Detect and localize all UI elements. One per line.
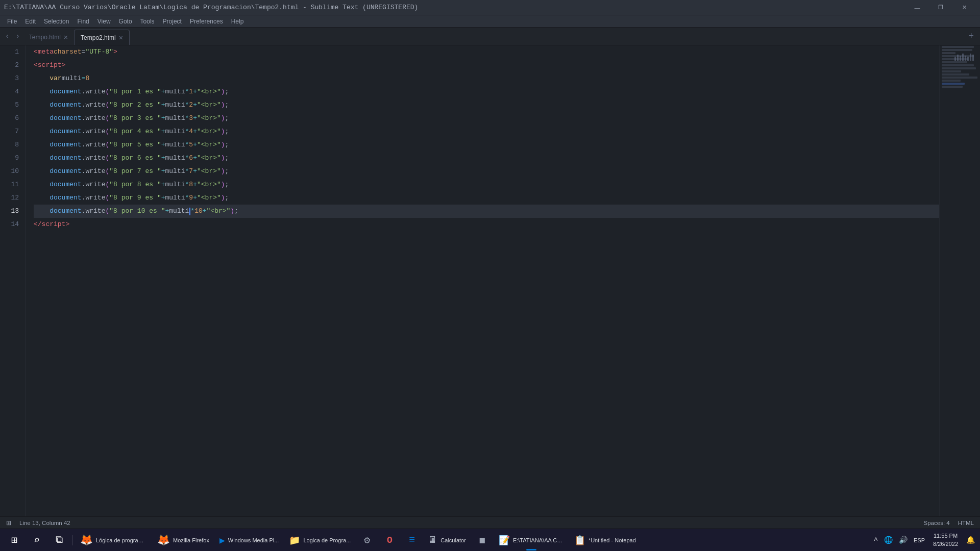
status-right: Spaces: 4 HTML (924, 520, 974, 526)
file-explorer-app[interactable]: 📁 Logica de Progra... (284, 529, 356, 552)
menu-item-tools[interactable]: Tools (136, 17, 159, 26)
tray-volume-icon[interactable]: 🔊 (897, 536, 910, 544)
firefox-taskbar-icon: 🦊 (80, 534, 93, 546)
tab-tempo2-close[interactable]: × (119, 34, 123, 42)
code-line-13: document.write("8 por 10 es " + multi * … (34, 205, 939, 218)
minimap-line-14 (942, 86, 963, 88)
minimize-button[interactable]: — (905, 0, 929, 15)
title-bar: E:\TATIANA\AA Curso Varios\Oracle Latam\… (0, 0, 980, 15)
title-bar-controls: — ❐ ✕ (905, 0, 976, 15)
line-number-8: 8 (15, 138, 19, 152)
menu-item-help[interactable]: Help (227, 17, 248, 26)
dark-app-icon[interactable]: ◼ (471, 529, 494, 552)
sublime-icon: 📝 (499, 535, 510, 546)
task-view-icon: ⧉ (56, 534, 63, 546)
menu-item-file[interactable]: File (3, 17, 21, 26)
minimap-line-13 (942, 83, 965, 85)
calculator-icon: 🖩 (428, 535, 437, 545)
editor-area: 1234567891011121314 <meta charset="UTF-8… (0, 45, 980, 516)
tab-tempo2[interactable]: Tempo2.html × (74, 30, 130, 45)
apps-app[interactable]: ≡ (401, 529, 423, 552)
status-left: ⊞ Line 13, Column 42 (6, 519, 70, 527)
minimap-bars (954, 51, 974, 61)
taskbar-divider-1 (72, 535, 73, 545)
code-line-12: document.write("8 por 9 es " + multi * 9… (34, 191, 939, 205)
code-line-8: document.write("8 por 5 es " + multi * 5… (34, 138, 939, 152)
minimap-line-6 (942, 61, 967, 63)
status-line-col: Line 13, Column 42 (19, 520, 70, 526)
dark-app-icon-shape: ◼ (479, 534, 485, 546)
firefox2-taskbar-app[interactable]: 🦊 Mozilla Firefox (152, 529, 214, 552)
code-line-10: document.write("8 por 7 es " + multi * 7… (34, 165, 939, 178)
line-number-3: 3 (15, 72, 19, 85)
windows-media-app[interactable]: ▶ Windows Media Pl... (214, 529, 284, 552)
tray-show-hidden[interactable]: ^ (872, 536, 880, 544)
code-line-1: <meta charset="UTF-8"> (34, 45, 939, 59)
tab-bar: ‹ › Tempo.html × Tempo2.html × + (0, 28, 980, 45)
line-gutter: 1234567891011121314 (0, 45, 26, 516)
minimap-line-9 (942, 70, 961, 72)
code-line-2: <script> (34, 59, 939, 72)
code-editor[interactable]: <meta charset="UTF-8"><script> var multi… (26, 45, 939, 516)
task-view-button[interactable]: ⧉ (48, 529, 70, 552)
restore-button[interactable]: ❐ (929, 0, 952, 15)
notepad-app[interactable]: 📋 *Untitled - Notepad (569, 529, 641, 552)
minimap-line-8 (942, 67, 976, 69)
tray-network-icon[interactable]: 🌐 (882, 536, 895, 544)
windows-media-label: Windows Media Pl... (228, 537, 279, 543)
settings-app[interactable]: ⚙ (356, 529, 378, 552)
clock-date: 8/26/2022 (933, 540, 958, 548)
minimap-line-10 (942, 73, 969, 76)
code-line-3: var multi = 8 (34, 72, 939, 85)
menu-item-project[interactable]: Project (159, 17, 186, 26)
tab-nav-prev[interactable]: ‹ (2, 30, 12, 42)
calculator-app[interactable]: 🖩 Calculator (423, 529, 471, 552)
menu-item-goto[interactable]: Goto (115, 17, 136, 26)
minimap-line-1 (942, 46, 974, 48)
line-number-10: 10 (11, 165, 19, 178)
line-number-4: 4 (15, 85, 19, 98)
menu-item-view[interactable]: View (93, 17, 115, 26)
line-number-2: 2 (15, 59, 19, 72)
menu-item-selection[interactable]: Selection (40, 17, 73, 26)
line-number-9: 9 (15, 152, 19, 165)
notification-icon[interactable]: 🔔 (964, 536, 977, 544)
firefox2-taskbar-icon: 🦊 (157, 534, 170, 546)
status-encoding-icon: ⊞ (6, 519, 11, 527)
code-line-6: document.write("8 por 3 es " + multi * 3… (34, 112, 939, 125)
tray-keyboard[interactable]: ESP (912, 536, 927, 544)
settings-icon: ⚙ (364, 534, 370, 546)
tab-tempo[interactable]: Tempo.html × (23, 30, 74, 45)
tab-tempo2-label: Tempo2.html (81, 34, 116, 41)
menu-item-preferences[interactable]: Preferences (186, 17, 227, 26)
title-text: E:\TATIANA\AA Curso Varios\Oracle Latam\… (4, 4, 418, 11)
file-explorer-label: Logica de Progra... (303, 537, 351, 543)
firefox-taskbar-label: Lógica de program... (96, 537, 147, 543)
tab-nav-next[interactable]: › (12, 30, 22, 42)
taskbar-clock[interactable]: 11:55 PM 8/26/2022 (929, 532, 962, 548)
windows-icon: ⊞ (11, 534, 17, 546)
firefox-taskbar-app[interactable]: 🦊 Lógica de program... (75, 529, 152, 552)
status-file-type: HTML (958, 520, 974, 526)
line-number-7: 7 (15, 125, 19, 138)
opera-app[interactable]: O (378, 529, 401, 552)
start-button[interactable]: ⊞ (3, 529, 26, 552)
notepad-label: *Untitled - Notepad (589, 537, 636, 543)
menu-bar: FileEditSelectionFindViewGotoToolsProjec… (0, 15, 980, 28)
code-line-5: document.write("8 por 2 es " + multi * 2… (34, 98, 939, 112)
line-number-6: 6 (15, 112, 19, 125)
tab-tempo-label: Tempo.html (29, 34, 61, 41)
tab-tempo-close[interactable]: × (64, 33, 68, 41)
code-line-9: document.write("8 por 6 es " + multi * 6… (34, 152, 939, 165)
add-tab-button[interactable]: + (964, 29, 978, 43)
clock-time: 11:55 PM (934, 532, 958, 540)
close-button[interactable]: ✕ (952, 0, 976, 15)
line-number-14: 14 (11, 218, 19, 231)
sublime-app[interactable]: 📝 E:\TATIANA\AA Cur... (494, 529, 569, 552)
code-line-7: document.write("8 por 4 es " + multi * 4… (34, 125, 939, 138)
search-button[interactable]: ⌕ (26, 529, 48, 552)
status-spaces: Spaces: 4 (924, 520, 950, 526)
menu-item-edit[interactable]: Edit (21, 17, 40, 26)
minimap-line-11 (942, 77, 977, 79)
menu-item-find[interactable]: Find (73, 17, 93, 26)
